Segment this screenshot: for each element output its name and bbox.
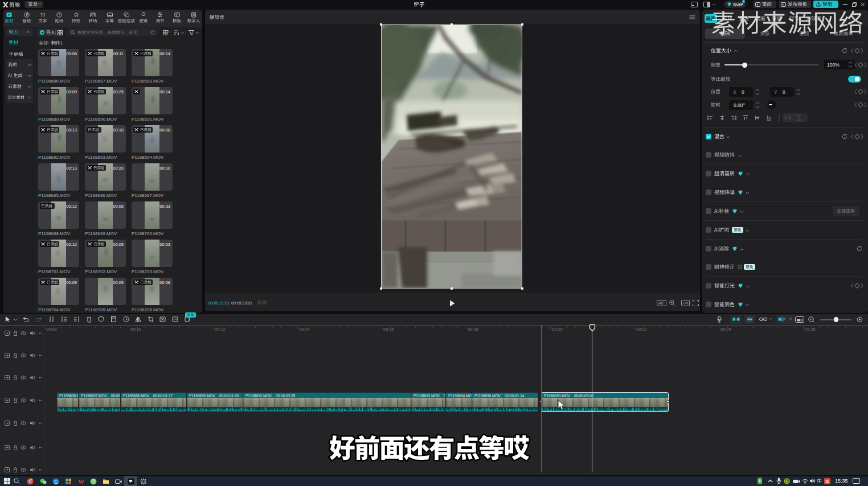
svg-text:W: W [78,478,84,485]
svg-text:TI: TI [40,12,46,18]
svg-text:HD: HD [658,302,664,305]
svg-text:8: 8 [166,32,168,35]
svg-text:S: S [825,479,829,484]
